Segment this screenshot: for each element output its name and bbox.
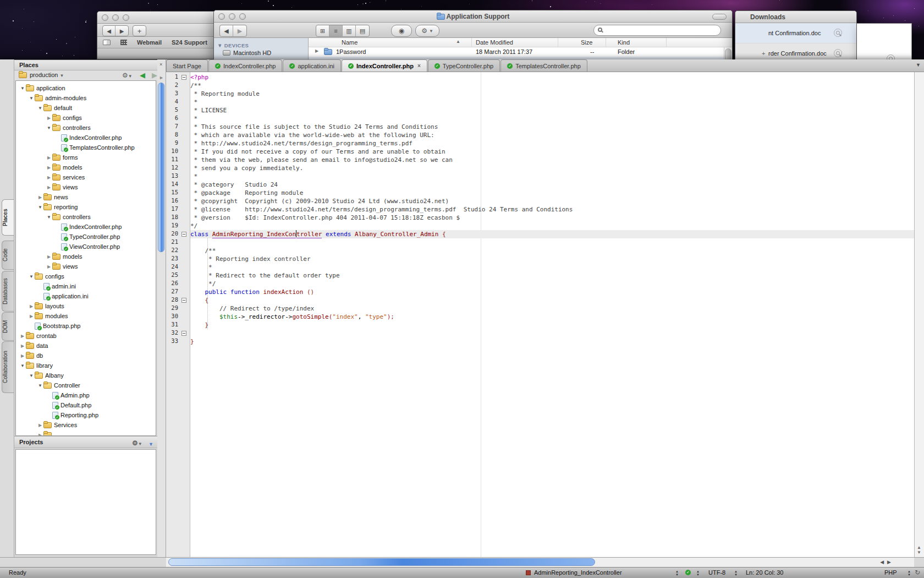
disclosure-triangle[interactable]: ▼ [46, 215, 52, 220]
editor-gutter[interactable]: 1234567891011121314151617181920212223242… [166, 72, 190, 557]
sync-spinner-icon[interactable]: ↻ [915, 569, 920, 576]
code-line[interactable]: * them via the web, please send an email… [190, 156, 914, 164]
code-line[interactable]: * Redirect to the default order type [190, 271, 914, 280]
code-line[interactable]: * This source file is subject to the Stu… [190, 123, 914, 131]
places-back-button[interactable]: ◀ [140, 71, 145, 79]
projects-panel-body[interactable] [15, 449, 156, 555]
back-button[interactable]: ◀ [220, 25, 233, 36]
projects-expand-arrow[interactable]: ▼ [148, 439, 153, 450]
column-kind[interactable]: Kind [618, 39, 630, 46]
stepper-icon[interactable]: ▲▼ [734, 570, 738, 576]
disclosure-triangle[interactable]: ▶ [37, 423, 43, 428]
code-line[interactable]: * [190, 114, 914, 123]
code-editor[interactable]: 1234567891011121314151617181920212223242… [166, 72, 914, 557]
zoom-button[interactable] [123, 14, 129, 21]
tree-item-admin-modules[interactable]: ▼admin-modules [16, 93, 156, 103]
code-line[interactable]: * Reporting index controller [190, 255, 914, 263]
close-button[interactable] [102, 14, 108, 21]
action-menu-button[interactable]: ⚙▼ [415, 25, 439, 37]
list-column-headers[interactable]: Name ▲ Date Modified Size Kind [309, 38, 732, 47]
tree-item-library[interactable]: ▼library [16, 361, 156, 370]
disclosure-triangle[interactable]: ▶ [37, 195, 43, 200]
stepper-icon[interactable]: ▲▼ [908, 570, 911, 576]
disclosure-triangle[interactable]: ▼ [19, 363, 26, 368]
tab-list-menu-button[interactable] [914, 62, 922, 69]
tree-item-indexcontroller.php[interactable]: IndexController.php [16, 133, 156, 143]
tree-item-models[interactable]: ▶models [16, 252, 156, 261]
fold-marker[interactable] [182, 298, 186, 303]
disclosure-triangle[interactable]: ▼ [28, 96, 35, 101]
editor-tab-indexcontroller-php[interactable]: ✓IndexController.php [208, 59, 282, 72]
tree-item-forms[interactable]: ▶forms [16, 152, 156, 162]
search-field[interactable] [593, 25, 721, 36]
disclosure-triangle[interactable]: ▶ [19, 334, 26, 339]
code-line[interactable]: * @copyright Copyright (c) 2009-2010 Stu… [190, 197, 914, 205]
top-sites-icon[interactable] [120, 40, 127, 45]
code-line[interactable]: * @package Reporting module [190, 189, 914, 197]
quicklook-button[interactable]: ◉ [391, 25, 412, 37]
tree-item-views[interactable]: ▶views [16, 182, 156, 192]
editor-vertical-scrollbar[interactable]: ▲▼ [914, 72, 924, 557]
code-line[interactable]: * which are available via the world-wide… [190, 131, 914, 139]
disclosure-triangle[interactable]: ▼ [28, 274, 35, 279]
disclosure-triangle[interactable]: ▶ [46, 185, 52, 190]
disclosure-triangle[interactable]: ▶ [315, 48, 318, 53]
code-line[interactable]: public function indexAction () [190, 288, 914, 296]
disclosure-triangle[interactable]: ▶ [46, 264, 52, 269]
fold-marker[interactable] [182, 331, 186, 336]
code-line[interactable]: class AdminReporting_IndexController ext… [190, 230, 914, 238]
disclosure-triangle[interactable]: ▶ [19, 353, 26, 358]
view-switcher[interactable]: ⊞ ≡ ▥ ▤ [316, 25, 370, 37]
code-line[interactable]: * [190, 172, 914, 181]
stepper-icon[interactable]: ▲▼ [675, 570, 679, 576]
code-line[interactable]: * [190, 98, 914, 106]
disclosure-triangle[interactable]: ▼ [37, 106, 43, 111]
tree-item-reporting[interactable]: ▼reporting [16, 202, 156, 212]
code-line[interactable]: * http://www.studio24.net/terms/design_p… [190, 139, 914, 148]
tree-item-typecontroller.php[interactable]: TypeController.php [16, 232, 156, 242]
tree-item-application[interactable]: ▼application [16, 83, 156, 93]
code-text[interactable]: <?php/** * Reporting module * * LICENSE … [190, 73, 914, 346]
column-divider[interactable] [666, 38, 667, 47]
column-divider[interactable] [471, 38, 472, 47]
status-language[interactable]: PHP [884, 569, 897, 576]
side-tab-databases[interactable]: Databases [2, 271, 14, 312]
editor-tab-templatescontroller-php[interactable]: ✓TemplatesController.php [501, 59, 587, 72]
status-encoding[interactable]: UTF-8 [708, 569, 725, 576]
code-line[interactable] [190, 329, 914, 337]
magnifier-icon[interactable] [834, 29, 842, 37]
tree-item-templatescontroller.php[interactable]: TemplatesController.php [16, 143, 156, 152]
tree-item-models[interactable]: ▶models [16, 162, 156, 172]
tree-item-layouts[interactable]: ▶layouts [16, 301, 156, 311]
code-line[interactable]: } [190, 337, 914, 346]
code-line[interactable]: * send you a copy immediately. [190, 164, 914, 172]
tree-item-db[interactable]: ▶db [16, 351, 156, 361]
sidebar-item-macintosh-hd[interactable]: Macintosh HD [223, 50, 308, 56]
disclosure-triangle[interactable]: ▶ [46, 175, 52, 180]
scrollbar-arrows[interactable]: ◀▶ [880, 559, 894, 565]
sidebar-scrollbar-thumb[interactable] [158, 83, 164, 252]
code-line[interactable]: // Redirect to /type/index [190, 304, 914, 313]
disclosure-triangle[interactable]: ▼ [19, 86, 26, 91]
disclosure-triangle[interactable]: ▼ [37, 383, 43, 388]
tree-item-reporting.php[interactable]: Reporting.php [16, 410, 156, 420]
disclosure-triangle[interactable]: ▶ [46, 165, 52, 170]
tree-item-crontab[interactable]: ▶crontab [16, 331, 156, 341]
column-size[interactable]: Size [581, 39, 592, 46]
tree-item-albany[interactable]: ▼Albany [16, 370, 156, 380]
code-line[interactable] [190, 238, 914, 247]
file-row-1password[interactable]: ▶ 1Password 18 March 2011 17:37 -- Folde… [309, 47, 732, 57]
scrollbar-thumb[interactable] [725, 48, 732, 61]
forward-button[interactable]: ▶ [116, 26, 128, 36]
code-line[interactable]: { [190, 296, 914, 304]
downloads-titlebar[interactable]: Downloads [735, 11, 856, 23]
tree-item-controllers[interactable]: ▼controllers [16, 123, 156, 133]
disclosure-triangle[interactable]: ▶ [46, 116, 52, 121]
places-forward-button[interactable]: ▶ [152, 71, 157, 79]
places-file-tree[interactable]: ▼application▼admin-modules▼default▶confi… [15, 80, 156, 436]
code-line[interactable]: <?php [190, 73, 914, 81]
finder-window[interactable]: Application Support ◀ ▶ ⊞ ≡ ▥ ▤ ◉ ⚙▼ ▼ D… [213, 10, 733, 61]
tree-item-bootstrap.php[interactable]: Bootstrap.php [16, 321, 156, 331]
editor-tab-typecontroller-php[interactable]: ✓TypeController.php [428, 59, 500, 72]
side-tab-places[interactable]: Places [2, 199, 14, 236]
